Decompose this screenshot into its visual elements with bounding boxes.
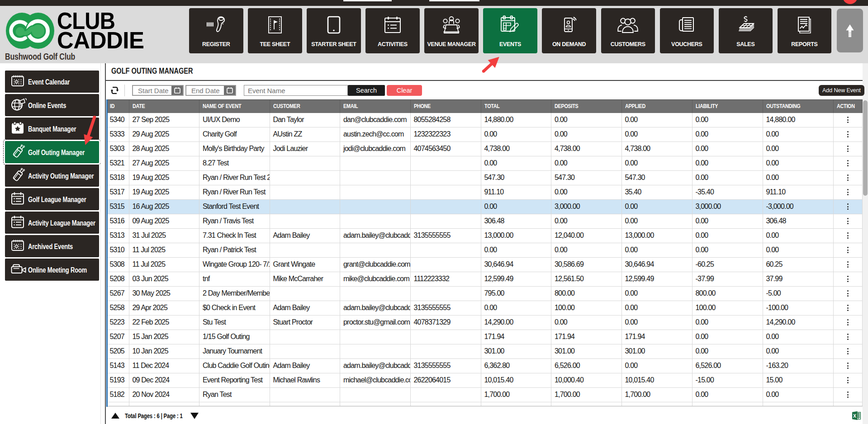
svg-text:X: X	[853, 413, 856, 419]
